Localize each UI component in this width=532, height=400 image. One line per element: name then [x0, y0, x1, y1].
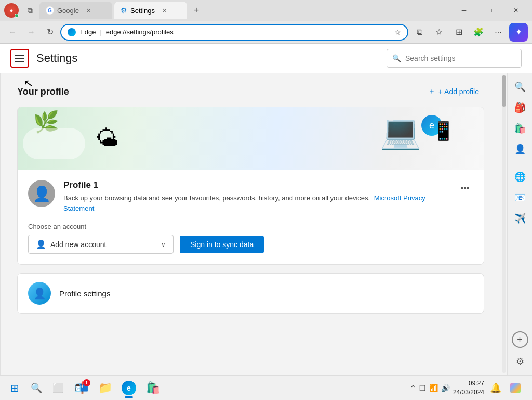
profile-card-container: 🌿 🌤 💻 e 📱: [17, 107, 484, 265]
dropdown-chevron-icon: ∨: [161, 241, 166, 248]
more-options-button[interactable]: ···: [489, 23, 507, 41]
right-sidebar: 🔍 🎒 🛍️ 👤 🌐 📧 ✈️ + ⚙: [507, 73, 532, 375]
profile-settings-row: 👤 Profile settings: [17, 273, 484, 314]
settings-header: Settings 🔍: [0, 44, 532, 73]
tab-google[interactable]: G Google ✕: [39, 2, 112, 19]
speaker-icon[interactable]: 🔊: [441, 384, 450, 392]
taskbar-file-explorer[interactable]: 📁: [94, 377, 116, 399]
system-tray: ⌃ ❏ 📶 🔊 09:27 24/03/2024 🔔: [406, 379, 528, 397]
account-dropdown[interactable]: 👤 Add new account ∨: [28, 235, 174, 254]
profile-text: Profile 1 Back up your browsing data and…: [63, 180, 448, 213]
clock-date: 24/03/2024: [453, 388, 484, 397]
banner-laptop: 💻: [380, 112, 421, 151]
address-separator: |: [100, 28, 101, 36]
scroll-track[interactable]: [502, 75, 506, 373]
wifi-icon[interactable]: 📶: [429, 384, 438, 392]
profile-section-header: Your profile ＋ + Add profile: [17, 84, 484, 99]
back-button[interactable]: ←: [4, 24, 21, 41]
sidebar-toggle-button[interactable]: [10, 49, 29, 68]
copilot-button[interactable]: ✦: [509, 23, 528, 42]
profile-avatar-tab[interactable]: ●: [4, 3, 19, 18]
collections-button[interactable]: ⊞: [450, 23, 468, 41]
rs-user-icon[interactable]: 👤: [511, 140, 529, 159]
profile-more-button[interactable]: •••: [457, 180, 473, 197]
address-bar: ← → ↻ Edge | edge://settings/profiles ☆ …: [0, 21, 532, 44]
tab-sidebar-button[interactable]: ⧉: [23, 3, 37, 18]
settings-tab-label: Settings: [130, 7, 155, 15]
profile-name: Profile 1: [63, 180, 448, 190]
avatar: 👤: [28, 180, 55, 207]
account-section-label: Choose an account: [28, 223, 473, 230]
rs-add-button[interactable]: +: [512, 331, 528, 348]
widgets-corner-icon[interactable]: [507, 380, 524, 396]
extensions-button[interactable]: 🧩: [470, 23, 487, 41]
start-button[interactable]: ⊞: [4, 378, 25, 398]
tray-caret-icon[interactable]: ⌃: [410, 384, 416, 392]
edge-favicon: [68, 28, 76, 36]
search-icon: 🔍: [392, 54, 401, 62]
minimize-button[interactable]: ─: [452, 2, 476, 19]
bookmark-icon[interactable]: ☆: [394, 28, 401, 36]
settings-body: Settings 🔍 Your profile ＋ + Add profile: [0, 44, 532, 375]
plus-icon: ＋: [428, 87, 435, 96]
taskbar-search[interactable]: 🔍: [26, 378, 47, 398]
google-tab-close[interactable]: ✕: [84, 6, 94, 15]
browser-window: ● ⧉ G Google ✕ ⚙ Settings ✕ + ─ □ ✕ ← → …: [0, 0, 532, 400]
banner-phone: 📱: [432, 120, 455, 142]
rs-bag-icon[interactable]: 🎒: [511, 98, 529, 117]
taskbar-store-app[interactable]: 🛍️: [141, 377, 164, 399]
tab-settings[interactable]: ⚙ Settings ✕: [114, 2, 187, 19]
rs-mail-icon[interactable]: 📧: [511, 188, 529, 207]
google-tab-label: Google: [57, 7, 79, 15]
address-url: edge://settings/profiles: [106, 28, 174, 36]
rs-shop-icon[interactable]: 🛍️: [511, 119, 529, 138]
notification-bell-icon[interactable]: 🔔: [487, 380, 504, 396]
address-field[interactable]: Edge | edge://settings/profiles ☆: [60, 24, 408, 41]
scroll-thumb[interactable]: [502, 75, 506, 107]
taskbar-edge-app[interactable]: e: [117, 377, 140, 399]
new-tab-button[interactable]: +: [189, 3, 204, 18]
taskbar-mail-app[interactable]: 📬1: [70, 377, 92, 399]
taskview-button[interactable]: ⬜: [48, 378, 69, 398]
add-profile-button[interactable]: ＋ + Add profile: [423, 84, 484, 99]
split-view-button[interactable]: ⧉: [410, 23, 428, 41]
profile-banner: 🌿 🌤 💻 e 📱: [18, 107, 484, 170]
sync-button[interactable]: Sign in to sync data: [180, 236, 264, 253]
search-settings-box[interactable]: 🔍: [387, 49, 522, 68]
clock-time: 09:27: [453, 379, 484, 388]
close-window-button[interactable]: ✕: [504, 2, 528, 19]
hamburger-icon: [15, 55, 24, 62]
account-section: Choose an account 👤 Add new account ∨ Si…: [28, 223, 473, 254]
rs-gear-icon[interactable]: ⚙: [511, 352, 529, 371]
rs-share-icon[interactable]: ✈️: [511, 209, 529, 228]
search-settings-input[interactable]: [405, 54, 516, 62]
profile-info-card: 👤 Profile 1 Back up your browsing data a…: [18, 170, 484, 264]
settings-tab-favicon: ⚙: [121, 6, 127, 15]
widgets-icon[interactable]: ❏: [419, 384, 426, 392]
content-area: Your profile ＋ + Add profile 🌿 🌤: [0, 73, 532, 375]
profile-desc-text: Back up your browsing data and see your …: [63, 194, 370, 202]
profile-settings-label: Profile settings: [59, 289, 110, 298]
rs-zoom-icon[interactable]: 🔍: [511, 78, 529, 96]
forward-button[interactable]: →: [23, 24, 39, 41]
page-title: Settings: [36, 51, 379, 65]
add-profile-label: + Add profile: [438, 87, 479, 96]
add-account-text: Add new account: [50, 240, 157, 249]
rs-globe-icon[interactable]: 🌐: [511, 167, 529, 186]
refresh-button[interactable]: ↻: [42, 24, 58, 41]
rs-divider2: [514, 327, 526, 327]
google-favicon: G: [46, 6, 54, 15]
tab-bar: ● ⧉ G Google ✕ ⚙ Settings ✕ + ─ □ ✕: [0, 0, 532, 21]
settings-main: Your profile ＋ + Add profile 🌿 🌤: [1, 73, 501, 375]
maximize-button[interactable]: □: [478, 2, 502, 19]
favorites-button[interactable]: ☆: [430, 23, 448, 41]
account-user-icon: 👤: [36, 239, 46, 249]
banner-sun: 🌤: [96, 125, 118, 151]
profile-description: Back up your browsing data and see your …: [63, 193, 448, 213]
profile-section-title: Your profile: [17, 86, 69, 97]
clock-display[interactable]: 09:27 24/03/2024: [453, 379, 484, 397]
rs-divider: [514, 163, 526, 163]
profile-settings-avatar: 👤: [28, 282, 51, 305]
address-edge-word: Edge: [80, 28, 96, 36]
settings-tab-close[interactable]: ✕: [160, 6, 169, 15]
